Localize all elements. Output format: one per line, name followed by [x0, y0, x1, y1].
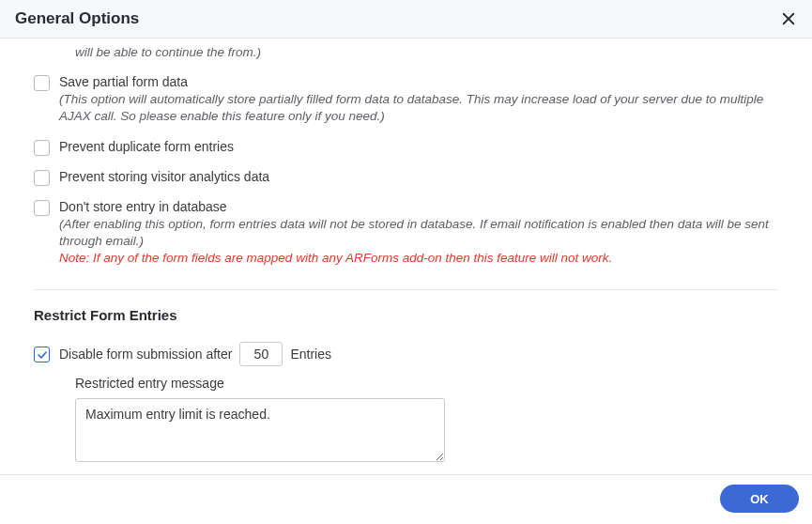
- disable-label-pre: Disable form submission after: [59, 347, 232, 362]
- option-warning-note: Note: If any of the form fields are mapp…: [59, 250, 778, 267]
- modal-footer: OK: [0, 474, 812, 524]
- checkbox-prevent-analytics[interactable]: [34, 170, 50, 186]
- checkbox-dont-store[interactable]: [34, 200, 50, 216]
- modal-header: General Options: [0, 0, 812, 39]
- option-label: Prevent duplicate form entries: [59, 139, 778, 154]
- disable-label-post: Entries: [290, 347, 331, 362]
- option-desc: (This option will automatically store pa…: [59, 91, 778, 125]
- restrict-heading: Restrict Form Entries: [34, 307, 812, 323]
- modal-body: will be able to continue the from.) Save…: [0, 39, 812, 470]
- section-divider: [34, 289, 778, 290]
- option-prevent-duplicate: Prevent duplicate form entries: [34, 139, 778, 156]
- option-desc: (After enabling this option, form entrie…: [59, 216, 778, 250]
- restricted-message-label: Restricted entry message: [75, 376, 812, 391]
- option-label: Prevent storing visitor analytics data: [59, 169, 778, 184]
- option-label: Don't store entry in database: [59, 199, 778, 214]
- checkbox-save-partial[interactable]: [34, 75, 50, 91]
- entries-limit-input[interactable]: [239, 342, 283, 366]
- checkbox-prevent-duplicate[interactable]: [34, 140, 50, 156]
- close-icon[interactable]: [780, 10, 797, 27]
- option-save-partial: Save partial form data (This option will…: [34, 74, 778, 125]
- truncated-option-desc: will be able to continue the from.): [75, 44, 778, 61]
- option-dont-store: Don't store entry in database (After ena…: [34, 199, 778, 268]
- restricted-message-textarea[interactable]: [75, 398, 445, 462]
- checkbox-disable-submission[interactable]: [34, 347, 50, 362]
- ok-button[interactable]: OK: [720, 485, 799, 513]
- option-prevent-analytics: Prevent storing visitor analytics data: [34, 169, 778, 186]
- option-disable-submission: Disable form submission after Entries: [34, 342, 812, 366]
- modal-title: General Options: [15, 9, 139, 28]
- option-label: Save partial form data: [59, 74, 778, 89]
